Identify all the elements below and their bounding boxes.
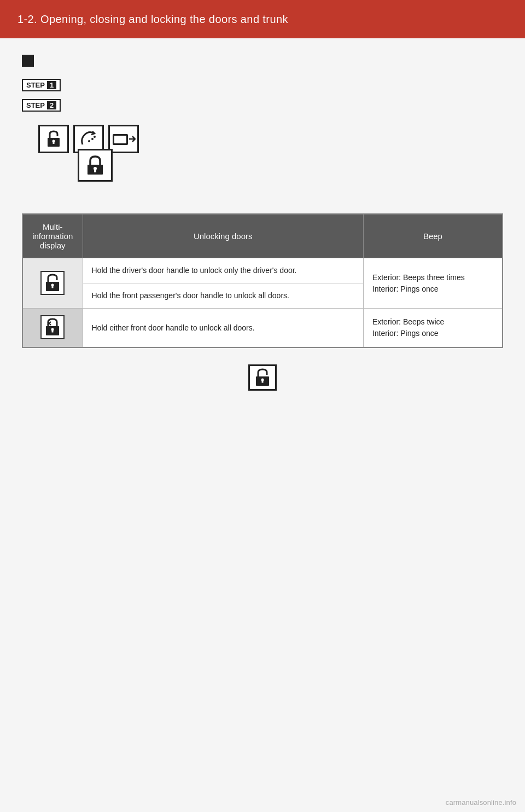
svg-rect-13 [52,286,54,288]
icon-cell-1 [22,258,83,309]
content-area: STEP 1 STEP 2 [0,38,525,812]
unlock-text-2: Hold either front door handle to unlock … [83,309,363,348]
col1-header: Multi-informationdisplay [22,214,83,258]
icon-cell-2 [22,309,83,348]
svg-rect-21 [262,381,264,383]
locked-icon-container [78,149,113,182]
header-bar: 1-2. Opening, closing and locking the do… [0,0,525,38]
beep-text-1: Exterior: Beeps three timesInterior: Pin… [363,258,503,309]
step-2-badge: STEP 2 [22,99,61,112]
beep-text-2: Exterior: Beeps twiceInterior: Pings onc… [363,309,503,348]
step-1-number: 1 [47,81,56,89]
table-header-row: Multi-informationdisplay Unlocking doors… [22,214,503,258]
locked-door-icon-box [78,149,113,182]
page-title: 1-2. Opening, closing and locking the do… [18,13,288,26]
table-unlock-all-icon [40,315,65,339]
unlock-text-1a: Hold the driver's door handle to unlock … [83,258,363,283]
svg-rect-18 [52,330,54,333]
step-2-container: STEP 2 [22,99,503,115]
unlocked-door-icon-box [38,125,69,153]
speaker-icon-box [108,125,139,153]
section-bullet [22,55,34,67]
info-table: Multi-informationdisplay Unlocking doors… [22,213,503,348]
svg-point-4 [91,138,94,140]
locked-door-svg [84,154,106,177]
col2-header: Unlocking doors [83,214,363,258]
table-row-2: Hold either front door handle to unlock … [22,309,503,348]
unlocked-door-svg [44,129,63,149]
bottom-lock-icon-box [248,364,277,391]
watermark: carmanualsonline.info [446,798,516,807]
table-lock-svg-1 [43,273,62,293]
unlock-text-1b: Hold the front passenger's door handle t… [83,283,363,309]
svg-point-3 [88,140,90,142]
bottom-lock-svg [253,368,272,387]
key-curve-svg [78,129,99,149]
col3-header: Beep [363,214,503,258]
svg-point-5 [94,136,96,138]
bottom-icon-area [22,364,503,391]
step-2-label: STEP [26,101,45,109]
svg-rect-10 [94,170,96,172]
table-unlock-single-icon [40,271,65,295]
svg-rect-2 [53,142,55,144]
svg-rect-7 [114,136,126,143]
step-1-label: STEP [26,81,45,89]
speaker-svg [112,129,136,149]
icons-row [38,120,503,153]
table-lock-svg-2 [43,317,62,337]
step-2-number: 2 [47,101,56,109]
step-1-badge: STEP 1 [22,79,61,91]
table-row: Hold the driver's door handle to unlock … [22,258,503,283]
step-container: STEP 1 [22,79,503,95]
